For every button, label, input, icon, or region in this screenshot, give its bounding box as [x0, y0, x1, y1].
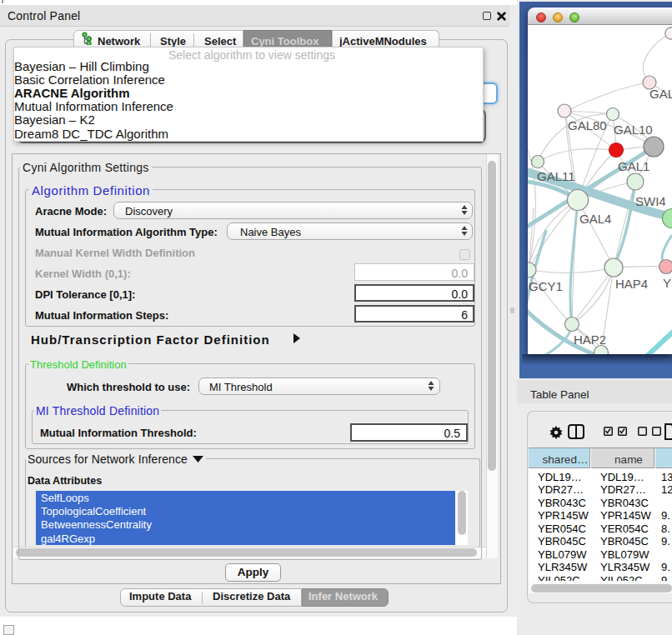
- svg-text:Y: Y: [663, 276, 671, 290]
- svg-text:GAL1: GAL1: [618, 159, 649, 173]
- svg-text:GCY1: GCY1: [529, 279, 563, 293]
- svg-text:GAL80: GAL80: [568, 118, 607, 132]
- svg-text:GAL7: GAL7: [649, 87, 672, 101]
- svg-text:HAP2: HAP2: [574, 332, 606, 347]
- svg-text:HAP4: HAP4: [615, 277, 648, 291]
- svg-text:SWI4: SWI4: [635, 194, 666, 208]
- svg-text:GAL11: GAL11: [537, 169, 575, 183]
- svg-text:GAL4: GAL4: [579, 212, 611, 226]
- svg-text:GAL10: GAL10: [614, 122, 653, 137]
